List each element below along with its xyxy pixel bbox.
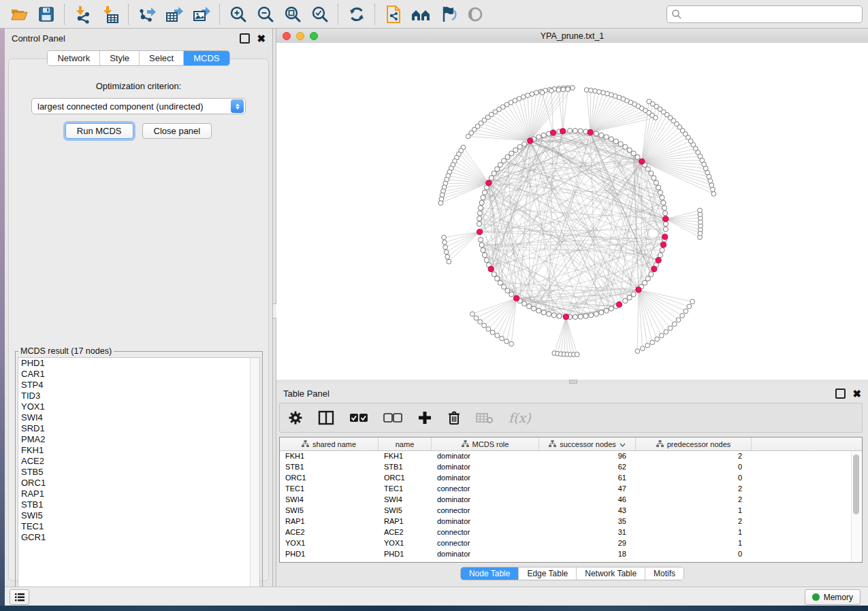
cell-name[interactable]: YOX1 bbox=[379, 538, 432, 549]
network-node[interactable] bbox=[536, 135, 541, 139]
network-node[interactable] bbox=[663, 221, 668, 226]
mcds-result-item[interactable]: ACE2 bbox=[18, 456, 259, 467]
network-node[interactable] bbox=[490, 330, 495, 335]
deselect-all-columns-icon[interactable] bbox=[383, 411, 402, 425]
table-row[interactable]: FKH1FKH1dominator962 bbox=[280, 451, 862, 462]
network-node[interactable] bbox=[474, 316, 479, 320]
column-header-predecessor_nodes[interactable]: predecessor nodes bbox=[636, 437, 752, 450]
network-node[interactable] bbox=[698, 208, 703, 213]
network-node[interactable] bbox=[645, 167, 650, 171]
search-box[interactable] bbox=[666, 5, 863, 23]
network-node[interactable] bbox=[658, 252, 662, 257]
network-node[interactable] bbox=[566, 87, 570, 92]
tab-select[interactable]: Select bbox=[140, 51, 184, 65]
open-file-icon[interactable] bbox=[5, 3, 33, 26]
scrollbar-thumb[interactable] bbox=[853, 455, 859, 514]
zoom-out-icon[interactable] bbox=[252, 3, 279, 26]
mcds-result-item[interactable]: PHD1 bbox=[18, 358, 259, 369]
network-node[interactable] bbox=[654, 180, 658, 185]
network-node[interactable] bbox=[482, 323, 487, 328]
network-node[interactable] bbox=[672, 322, 677, 327]
cell-successor_nodes[interactable]: 29 bbox=[539, 538, 636, 549]
mcds-result-item[interactable]: FKH1 bbox=[18, 445, 259, 456]
show-column-panel-icon[interactable] bbox=[318, 410, 334, 425]
network-node[interactable] bbox=[664, 330, 669, 335]
network-node[interactable] bbox=[486, 327, 491, 331]
network-node[interactable] bbox=[541, 133, 546, 137]
mcds-result-item[interactable]: YOX1 bbox=[18, 401, 259, 412]
import-table-icon[interactable] bbox=[97, 3, 124, 26]
table-row[interactable]: ACE2ACE2connector311 bbox=[280, 527, 862, 538]
mcds-network-node[interactable] bbox=[514, 295, 519, 301]
cell-successor_nodes[interactable]: 96 bbox=[539, 451, 636, 462]
network-node[interactable] bbox=[663, 227, 668, 231]
network-node[interactable] bbox=[604, 135, 609, 139]
refresh-layout-icon[interactable] bbox=[343, 3, 370, 26]
table-row[interactable]: TEC1TEC1connector472 bbox=[280, 484, 862, 495]
cell-name[interactable]: RAP1 bbox=[379, 516, 432, 527]
table-row[interactable]: PHD1PHD1dominator180 bbox=[280, 549, 862, 560]
import-network-icon[interactable] bbox=[69, 3, 97, 26]
mcds-result-item[interactable]: ORC1 bbox=[18, 478, 259, 489]
mcds-network-node[interactable] bbox=[528, 138, 533, 144]
mcds-result-item[interactable]: STP4 bbox=[18, 380, 259, 391]
cell-predecessor_nodes[interactable]: 0 bbox=[636, 462, 752, 473]
network-node[interactable] bbox=[660, 248, 664, 252]
network-node[interactable] bbox=[443, 245, 448, 250]
network-node[interactable] bbox=[509, 151, 514, 156]
tab-motifs[interactable]: Motifs bbox=[645, 567, 684, 580]
network-node[interactable] bbox=[482, 252, 487, 257]
cell-name[interactable]: PHD1 bbox=[379, 549, 432, 560]
cell-mcds_role[interactable]: dominator bbox=[432, 473, 539, 484]
mcds-network-node[interactable] bbox=[660, 242, 666, 248]
network-node[interactable] bbox=[500, 336, 504, 341]
zoom-selected-icon[interactable] bbox=[306, 3, 334, 26]
mcds-result-item[interactable]: SWI5 bbox=[18, 510, 259, 521]
network-node[interactable] bbox=[532, 306, 536, 311]
network-node[interactable] bbox=[663, 211, 668, 216]
network-node[interactable] bbox=[517, 144, 522, 149]
create-column-icon[interactable] bbox=[417, 410, 432, 425]
network-node[interactable] bbox=[613, 139, 618, 144]
network-node[interactable] bbox=[481, 248, 485, 252]
task-history-list-button[interactable] bbox=[10, 589, 29, 605]
network-node[interactable] bbox=[509, 342, 514, 346]
network-node[interactable] bbox=[513, 148, 518, 152]
table-row[interactable]: SWI5SWI5connector431 bbox=[280, 506, 862, 516]
hide-labels-icon[interactable] bbox=[434, 3, 462, 26]
mcds-network-node[interactable] bbox=[563, 314, 568, 320]
cell-successor_nodes[interactable]: 47 bbox=[539, 484, 636, 495]
network-node[interactable] bbox=[549, 88, 554, 93]
table-scrollbar[interactable] bbox=[851, 452, 861, 562]
network-node[interactable] bbox=[530, 92, 534, 97]
cell-shared_name[interactable]: SWI4 bbox=[280, 495, 379, 506]
network-node[interactable] bbox=[502, 284, 507, 289]
column-header-name[interactable]: name bbox=[379, 437, 432, 450]
network-node[interactable] bbox=[482, 190, 487, 195]
network-node[interactable] bbox=[557, 314, 562, 318]
mcds-network-node[interactable] bbox=[656, 257, 661, 263]
network-node[interactable] bbox=[505, 154, 510, 159]
cell-predecessor_nodes[interactable]: 2 bbox=[636, 495, 752, 506]
cell-shared_name[interactable]: TEC1 bbox=[280, 484, 379, 495]
zoom-fit-icon[interactable] bbox=[279, 3, 306, 26]
cell-shared_name[interactable]: PHD1 bbox=[280, 549, 379, 560]
network-node[interactable] bbox=[631, 151, 636, 156]
tab-style[interactable]: Style bbox=[100, 51, 140, 65]
mcds-network-node[interactable] bbox=[616, 302, 622, 308]
network-node[interactable] bbox=[687, 304, 692, 309]
mcds-result-item[interactable]: PMA2 bbox=[18, 434, 259, 445]
network-node[interactable] bbox=[668, 326, 673, 331]
column-header-shared_name[interactable]: shared name bbox=[280, 437, 379, 450]
cell-mcds_role[interactable]: dominator bbox=[432, 516, 539, 527]
network-node[interactable] bbox=[478, 237, 483, 242]
export-image-icon[interactable] bbox=[188, 3, 215, 26]
cell-mcds_role[interactable]: connector bbox=[432, 484, 539, 495]
tab-node-table[interactable]: Node Table bbox=[461, 567, 519, 580]
network-node[interactable] bbox=[479, 242, 484, 247]
cell-mcds_role[interactable]: dominator bbox=[432, 451, 539, 462]
mcds-list-scrollbar[interactable] bbox=[250, 358, 259, 595]
close-panel-icon[interactable]: ✖ bbox=[852, 390, 861, 397]
close-panel-button[interactable]: Close panel bbox=[142, 123, 212, 139]
network-node[interactable] bbox=[477, 221, 481, 226]
